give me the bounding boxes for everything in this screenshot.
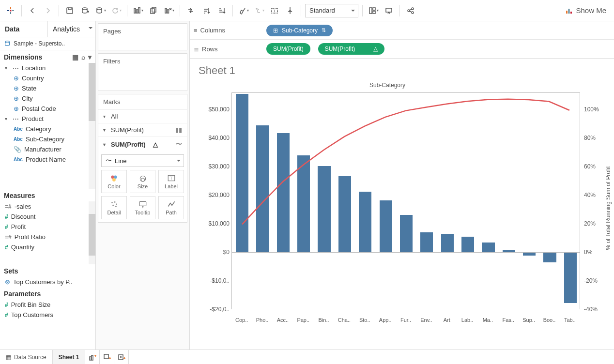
share-button[interactable]: [404, 4, 417, 17]
scrollbar-thumb[interactable]: [89, 63, 95, 121]
columns-shelf[interactable]: ≡Columns ⊞Sub-Category⇅: [190, 21, 614, 40]
new-worksheet-button[interactable]: ▾: [131, 4, 145, 17]
svg-text:T: T: [273, 9, 276, 13]
field-profit[interactable]: #Profit: [0, 222, 95, 232]
data-pane: Data Analytics Sample - Supersto.. Dimen…: [0, 21, 96, 349]
field-quantity[interactable]: #Quantity: [0, 242, 95, 252]
card-path[interactable]: Path: [158, 196, 184, 219]
back-button[interactable]: [26, 4, 39, 17]
pages-shelf[interactable]: Pages: [98, 24, 187, 39]
card-color[interactable]: Color: [101, 170, 127, 193]
datasource-tab[interactable]: ▦Data Source: [0, 350, 53, 364]
pill-subcategory[interactable]: ⊞Sub-Category⇅: [266, 25, 333, 36]
svg-rect-13: [165, 8, 167, 13]
svg-point-7: [97, 8, 102, 10]
sort-indicator-icon: ⇅: [322, 27, 326, 33]
svg-point-28: [5, 41, 10, 43]
fit-select[interactable]: Standard: [305, 4, 358, 17]
x-tick: Lab..: [461, 317, 473, 323]
set-topcustomers[interactable]: ⊗Top Customers by P..: [0, 277, 95, 287]
x-tick: Bin..: [319, 317, 329, 323]
show-me-button[interactable]: Show Me: [561, 4, 610, 16]
field-postalcode[interactable]: ⊕Postal Code: [0, 104, 95, 114]
rows-shelf[interactable]: ≣Rows SUM(Profit) SUM(Profit)△: [190, 40, 614, 58]
svg-point-40: [115, 206, 116, 207]
svg-rect-42: [90, 357, 91, 360]
clear-sheet-button[interactable]: ▾: [162, 4, 176, 17]
svg-point-31: [112, 178, 116, 182]
tab-data[interactable]: Data: [0, 21, 47, 37]
svg-rect-4: [10, 10, 12, 11]
mark-type-select[interactable]: 〜Line: [101, 154, 184, 167]
save-button[interactable]: [63, 4, 77, 17]
card-size[interactable]: Size: [130, 170, 155, 193]
field-country[interactable]: ⊕Country: [0, 73, 95, 83]
card-label[interactable]: TLabel: [158, 170, 184, 193]
x-tick: Fas..: [503, 317, 514, 323]
group-button[interactable]: ▾: [252, 4, 266, 17]
logo-icon[interactable]: [4, 4, 17, 17]
dimensions-header: Dimensions ▦⌕▾: [0, 50, 95, 63]
view-as-icon[interactable]: ▦: [72, 53, 78, 61]
marks-all[interactable]: ▾All: [98, 109, 187, 123]
marks-sumprofit-2[interactable]: ▾SUM(Profit) △〜: [98, 136, 187, 152]
datasource-row[interactable]: Sample - Supersto..: [0, 37, 95, 50]
main-toolbar: ▾ ▾ ▾ ▾ ▾ ▾ T Standard ▾ Show Me: [0, 0, 614, 21]
duplicate-sheet-button[interactable]: [147, 4, 160, 17]
y2-tick: 80%: [584, 135, 611, 141]
svg-rect-45: [119, 355, 123, 360]
pill-sumprofit-2[interactable]: SUM(Profit)△: [318, 43, 385, 55]
svg-rect-11: [151, 9, 154, 14]
marks-sumprofit-1[interactable]: ▾SUM(Profit)▮▮: [98, 123, 187, 136]
refresh-button[interactable]: ▾: [109, 4, 123, 17]
y1-tick: -$10,0..: [198, 277, 230, 284]
field-category[interactable]: AbcCategory: [0, 124, 95, 134]
presentation-button[interactable]: [382, 4, 396, 17]
show-cards-button[interactable]: ▾: [367, 4, 380, 17]
pause-updates-button[interactable]: ▾: [94, 4, 107, 17]
field-city[interactable]: ⊕City: [0, 93, 95, 104]
field-profitratio[interactable]: =#Profit Ratio: [0, 232, 95, 242]
scrollbar-thumb[interactable]: [89, 214, 95, 256]
highlight-button[interactable]: ▾: [237, 4, 250, 17]
field-state[interactable]: ⊕State: [0, 83, 95, 93]
sheet-tab-1[interactable]: Sheet 1: [53, 350, 86, 364]
field-productname[interactable]: AbcProduct Name: [0, 154, 95, 165]
search-icon[interactable]: ⌕: [81, 53, 85, 61]
folder-product[interactable]: ▾⋯Product: [0, 114, 95, 124]
swap-axes-button[interactable]: [184, 4, 198, 17]
tab-analytics[interactable]: Analytics: [47, 21, 95, 37]
field-discount[interactable]: #Discount: [0, 212, 95, 222]
x-tick: Sup..: [522, 317, 535, 323]
field-manufacturer[interactable]: 📎Manufacturer: [0, 144, 95, 154]
param-topcustomers[interactable]: #Top Customers: [0, 310, 95, 320]
pin-button[interactable]: [283, 4, 297, 17]
svg-rect-41: [139, 201, 146, 206]
chart[interactable]: Sub-Category $50,000$40,000$30,000$20,00…: [198, 81, 606, 329]
pill-sumprofit-1[interactable]: SUM(Profit): [266, 43, 310, 55]
marks-card: Marks ▾All ▾SUM(Profit)▮▮ ▾SUM(Profit) △…: [98, 94, 187, 223]
svg-rect-0: [10, 7, 11, 9]
card-tooltip[interactable]: Tooltip: [130, 196, 155, 219]
new-dashboard-tab[interactable]: [100, 350, 114, 364]
y1-tick: $50,000: [198, 106, 230, 113]
plot-area[interactable]: [231, 92, 580, 309]
new-datasource-button[interactable]: [78, 4, 92, 17]
sheet-title[interactable]: Sheet 1: [199, 64, 606, 77]
filters-shelf[interactable]: Filters: [98, 54, 187, 69]
card-detail[interactable]: Detail: [101, 196, 127, 219]
forward-button[interactable]: [41, 4, 55, 17]
x-tick: Cha..: [338, 317, 351, 323]
field-negsales[interactable]: =#-sales: [0, 201, 95, 212]
folder-location[interactable]: ▾⋯Location: [0, 63, 95, 73]
label-button[interactable]: T: [268, 4, 281, 17]
svg-point-33: [141, 178, 144, 182]
new-worksheet-tab[interactable]: [85, 350, 100, 364]
y2-tick: -20%: [584, 277, 611, 284]
sort-desc-button[interactable]: [215, 4, 229, 17]
new-story-tab[interactable]: [114, 350, 129, 364]
sort-asc-button[interactable]: [200, 4, 213, 17]
menu-icon[interactable]: ▾: [88, 53, 92, 61]
param-profitbin[interactable]: #Profit Bin Size: [0, 300, 95, 310]
field-subcategory[interactable]: AbcSub-Category: [0, 134, 95, 144]
